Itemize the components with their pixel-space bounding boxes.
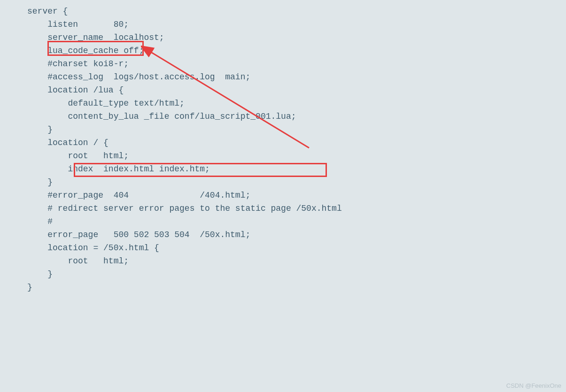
code-line: index index.html index.htm; <box>0 162 566 176</box>
code-line: } <box>0 268 566 281</box>
code-line: } <box>0 281 566 294</box>
code-line: server_name localhost; <box>0 31 566 44</box>
code-line: # <box>0 215 566 228</box>
code-line: } <box>0 123 566 136</box>
watermark: CSDN @FeenixOne <box>506 382 561 389</box>
code-line: #error_page 404 /404.html; <box>0 189 566 202</box>
code-line: location /lua { <box>0 84 566 97</box>
code-line: root html; <box>0 149 566 162</box>
code-block: server { listen 80; server_name localhos… <box>0 0 566 294</box>
code-line: listen 80; <box>0 18 566 31</box>
code-line: location = /50x.html { <box>0 241 566 254</box>
code-line: #charset koi8-r; <box>0 57 566 70</box>
code-line: #access_log logs/host.access.log main; <box>0 70 566 84</box>
code-line: default_type text/html; <box>0 97 566 110</box>
code-line: } <box>0 176 566 189</box>
code-line: error_page 500 502 503 504 /50x.html; <box>0 228 566 241</box>
code-line: server { <box>0 5 566 18</box>
code-line: # redirect server error pages to the sta… <box>0 202 566 215</box>
code-line: root html; <box>0 254 566 268</box>
code-line: content_by_lua _file conf/lua_script_001… <box>0 110 566 123</box>
code-line: location / { <box>0 136 566 149</box>
code-line: lua_code_cache off; <box>0 44 566 57</box>
